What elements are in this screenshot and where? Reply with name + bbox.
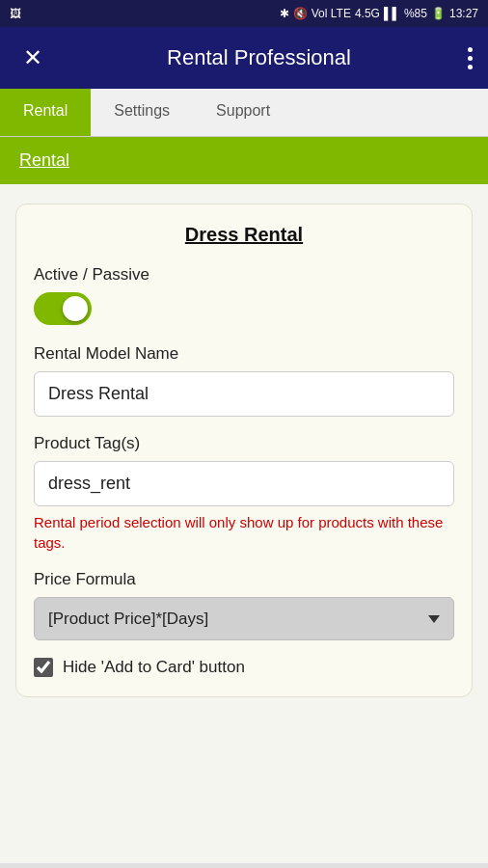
- hide-add-to-cart-group: Hide 'Add to Card' button: [34, 658, 454, 677]
- status-bar: 🖼 ✱ 🔇 Vol LTE 4.5G ▌▌ %85 🔋 13:27: [0, 0, 488, 27]
- tabs-container: Rental Settings Support: [0, 89, 488, 137]
- active-passive-section: Active / Passive: [34, 265, 454, 325]
- dot1: [468, 47, 473, 52]
- card-title: Dress Rental: [34, 224, 454, 246]
- product-tags-label: Product Tag(s): [34, 434, 454, 453]
- close-icon[interactable]: ✕: [15, 44, 50, 71]
- time-label: 13:27: [449, 7, 478, 20]
- dot3: [468, 65, 473, 69]
- hide-add-to-cart-checkbox[interactable]: [34, 658, 53, 677]
- rental-model-name-group: Rental Model Name: [34, 344, 454, 417]
- hide-add-to-cart-label: Hide 'Add to Card' button: [63, 658, 245, 677]
- price-formula-label: Price Formula: [34, 570, 454, 589]
- vol-lte-label: Vol LTE: [312, 7, 351, 20]
- rental-banner-link[interactable]: Rental: [19, 150, 69, 170]
- image-icon: 🖼: [10, 7, 21, 20]
- rental-banner[interactable]: Rental: [0, 137, 488, 184]
- active-passive-toggle[interactable]: [34, 292, 92, 325]
- product-tags-group: Product Tag(s) Rental period selection w…: [34, 434, 454, 553]
- product-tags-input[interactable]: [34, 461, 454, 506]
- network-label: 4.5G: [355, 7, 380, 20]
- toggle-slider: [34, 292, 92, 325]
- status-bar-left: 🖼: [10, 7, 21, 20]
- tab-support[interactable]: Support: [193, 89, 293, 136]
- rental-card: Dress Rental Active / Passive Rental Mod…: [15, 203, 473, 697]
- tab-settings[interactable]: Settings: [91, 89, 193, 136]
- signal-icon: ▌▌: [384, 7, 400, 20]
- app-header: ✕ Rental Professional: [0, 27, 488, 89]
- price-formula-select[interactable]: [Product Price]*[Days] [Product Price]*[…: [34, 597, 454, 640]
- main-content: Dress Rental Active / Passive Rental Mod…: [0, 184, 488, 863]
- battery-icon: 🔋: [431, 7, 446, 20]
- status-bar-right: ✱ 🔇 Vol LTE 4.5G ▌▌ %85 🔋 13:27: [280, 7, 478, 20]
- product-tags-hint: Rental period selection will only show u…: [34, 512, 454, 553]
- bluetooth-icon: ✱: [280, 7, 289, 20]
- rental-model-name-input[interactable]: [34, 371, 454, 417]
- price-formula-group: Price Formula [Product Price]*[Days] [Pr…: [34, 570, 454, 640]
- dot2: [468, 56, 473, 61]
- tab-rental[interactable]: Rental: [0, 89, 91, 136]
- active-passive-label: Active / Passive: [34, 265, 454, 285]
- app-title: Rental Professional: [50, 45, 468, 70]
- more-options-icon[interactable]: [468, 47, 473, 69]
- battery-label: %85: [404, 7, 427, 20]
- rental-model-name-label: Rental Model Name: [34, 344, 454, 364]
- mute-icon: 🔇: [293, 7, 308, 20]
